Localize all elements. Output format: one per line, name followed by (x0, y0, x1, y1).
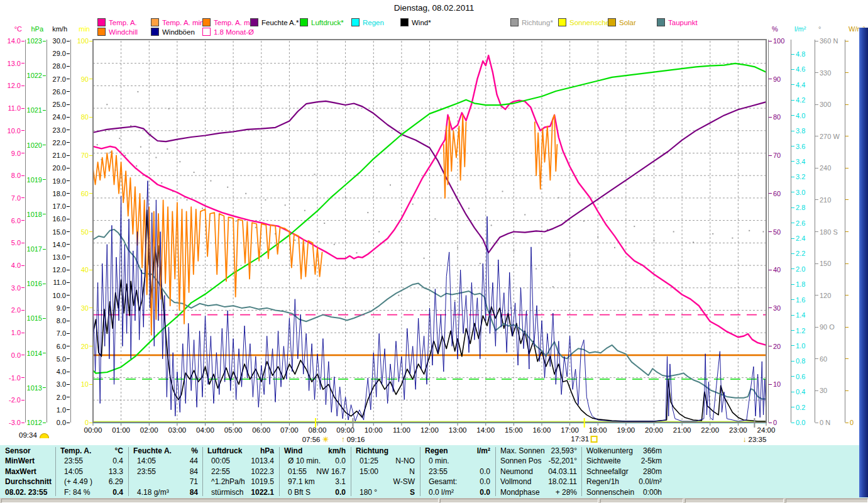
square-icon (591, 436, 598, 443)
table-cell: 2-5km (586, 456, 662, 465)
table-row-label: MinWert (5, 456, 53, 465)
table-row-label: 08.02. 23:55 (5, 488, 53, 497)
table-cell: 0.0 (284, 488, 346, 497)
table-cell: NW 16.7 (284, 467, 346, 476)
x-axis-label: 01:00 (107, 426, 135, 434)
sun-corner-label: 09:34 (19, 431, 49, 439)
table-separator (55, 447, 56, 496)
event-time: 23:35 (749, 436, 767, 443)
x-axis-label: 21:00 (668, 426, 696, 434)
table-cell: 23,593° (500, 446, 577, 455)
weather-chart-window: Dienstag, 08.02.2011 Temp. A.Temp. A. mi… (0, 0, 868, 503)
table-cell: N-NO (356, 456, 415, 465)
x-axis-label: 10:00 (360, 426, 387, 434)
arrow-up-icon: ↑ (341, 435, 345, 444)
x-axis-label: 12:00 (416, 426, 444, 434)
table-unit: km/h (284, 446, 346, 455)
table-cell: + 28% (500, 488, 577, 497)
table-cell: 18.02.11 (500, 477, 577, 486)
table-unit: l/m² (425, 446, 490, 455)
table-cell: 84 (133, 467, 198, 476)
x-axis-label: 04:00 (192, 426, 219, 434)
table-separator (279, 447, 280, 496)
x-axis-label: 03:00 (163, 426, 191, 434)
table-cell: 0.4 (60, 456, 123, 465)
table-cell: 0.0 (425, 488, 490, 497)
x-axis-label: 00:00 (79, 426, 107, 434)
x-axis-label: 08:00 (304, 426, 331, 434)
x-axis-label: 05:00 (219, 426, 247, 434)
x-axis-label: 07:00 (275, 426, 303, 434)
x-axis-label: 23:00 (724, 426, 752, 434)
x-axis-label: 16:00 (528, 426, 556, 434)
x-axis-label: 02:00 (135, 426, 163, 434)
table-cell: 3.1 (284, 477, 346, 486)
table-separator (128, 447, 129, 496)
table-cell: 1019.5 (207, 477, 274, 486)
table-header: Richtung (356, 446, 388, 455)
table-cell: S (356, 488, 415, 497)
statusbar-section (1, 499, 439, 503)
table-row-label: MaxWert (5, 467, 53, 476)
table-separator (495, 447, 496, 496)
sun-moon-time-label: ↑09:16 (341, 435, 365, 444)
statusbar-section (685, 499, 784, 503)
table-separator (351, 447, 351, 496)
x-axis-label: 18:00 (584, 426, 612, 434)
sun-moon-time-label: ↓23:35 (743, 435, 767, 444)
sun-moon-time-label: 07:56☀ (302, 435, 329, 444)
x-axis-label: 14:00 (472, 426, 500, 434)
table-separator (581, 447, 582, 496)
table-cell: 0.0l/m² (586, 477, 662, 486)
sun-half-icon (40, 433, 49, 438)
event-time: 07:56 (302, 436, 321, 443)
table-cell: 280m (586, 467, 662, 476)
table-unit: hPa (207, 446, 274, 455)
statusbar-section (440, 499, 598, 503)
table-cell: 04.03.11 (500, 467, 577, 476)
statusbar (0, 498, 868, 503)
table-cell: 366m (586, 446, 662, 455)
table-cell: W-SW (356, 477, 415, 486)
sun-moon-time-label: 17:31 (571, 435, 598, 443)
arrow-down-icon: ↓ (743, 435, 747, 444)
table-unit: % (133, 446, 198, 455)
table-cell: 0.0 (425, 477, 490, 486)
statusbar-section (600, 499, 683, 503)
table-cell: 44 (133, 456, 198, 465)
table-cell: 0.0 (284, 456, 346, 465)
x-axis-label: 11:00 (388, 426, 415, 434)
summary-table: SensorMinWertMaxWertDurchschnitt08.02. 2… (0, 445, 868, 498)
table-unit: °C (60, 446, 123, 455)
table-row-label: Durchschnitt (5, 477, 53, 486)
x-axis-label: 24:00 (752, 426, 780, 434)
table-row-label: Sensor (5, 446, 53, 455)
x-axis-label: 20:00 (640, 426, 668, 434)
table-cell (425, 456, 490, 465)
table-cell: N (356, 467, 415, 476)
x-axis-label: 15:00 (500, 426, 527, 434)
x-axis-label: 19:00 (612, 426, 640, 434)
x-axis-label: 06:00 (248, 426, 275, 434)
table-cell: 84 (133, 488, 198, 497)
table-cell: 0:00h (586, 488, 662, 497)
table-cell: 71 (133, 477, 198, 486)
statusbar-section (786, 499, 868, 503)
table-cell: 0.0 (425, 467, 490, 476)
x-axis-label: 17:00 (556, 426, 584, 434)
corner-time: 09:34 (19, 431, 37, 439)
right-scroll-strip[interactable] (859, 28, 868, 497)
x-axis-label: 22:00 (696, 426, 724, 434)
x-axis-label: 13:00 (444, 426, 471, 434)
table-cell: -52,201° (500, 456, 577, 465)
table-separator (420, 447, 420, 496)
sun-icon: ☀ (322, 435, 329, 444)
event-time: 17:31 (571, 435, 589, 443)
table-cell: 0.4 (60, 488, 123, 497)
table-cell: 1022.1 (207, 488, 274, 497)
table-separator (202, 447, 203, 496)
event-time: 09:16 (347, 436, 365, 443)
table-cell: 13.3 (60, 467, 123, 476)
table-cell: 6.29 (60, 477, 123, 486)
table-cell: 1013.4 (207, 456, 274, 465)
